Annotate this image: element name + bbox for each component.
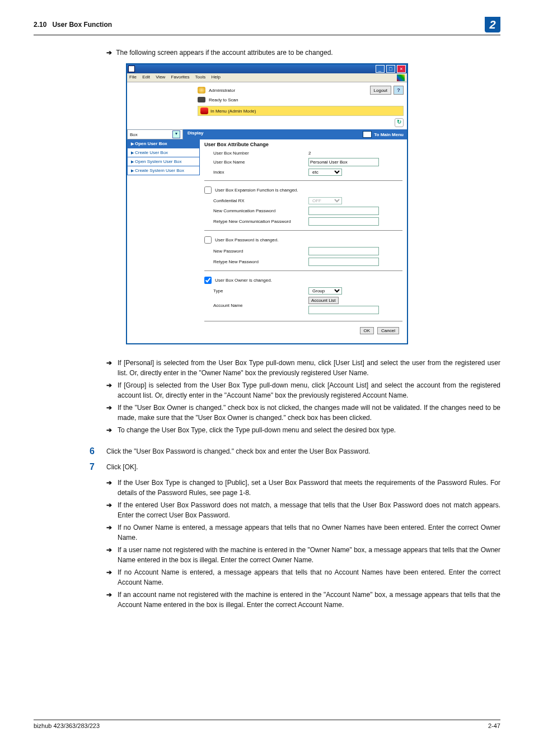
select-confidential-rx: OFF — [308, 197, 342, 204]
cancel-button[interactable]: Cancel — [377, 327, 399, 334]
printer-icon — [198, 97, 205, 102]
minimize-icon[interactable]: _ — [376, 65, 385, 73]
bullet-text: To change the User Box Type, click the T… — [118, 425, 500, 435]
input-new-comm-password[interactable] — [308, 207, 379, 215]
panel-title: User Box Attribute Change — [204, 142, 402, 147]
checkbox-password-changed[interactable] — [204, 236, 212, 244]
chapter-badge: 2 — [485, 17, 500, 32]
to-main-menu-label: To Main Menu — [374, 132, 404, 137]
bullet-text: If no Owner Name is entered, a message a… — [118, 522, 500, 543]
sidebar-item-create-system-user-box[interactable]: Create System User Box — [127, 166, 200, 175]
sidebar-item-create-user-box[interactable]: Create User Box — [127, 148, 200, 157]
account-list-button[interactable]: Account List — [308, 297, 339, 304]
bullet-text: If an account name not registered with t… — [118, 590, 500, 610]
menu-favorites[interactable]: Favorites — [171, 74, 190, 80]
step-text-6: Click the "User Box Password is changed.… — [106, 446, 500, 456]
arrow-icon: ➔ — [106, 500, 118, 520]
menubar: File Edit View Favorites Tools Help — [129, 74, 225, 81]
mode-text: In Menu (Admin Mode) — [210, 109, 256, 114]
select-type[interactable]: Group — [308, 287, 342, 295]
category-dropdown[interactable]: Box ▾ — [127, 129, 183, 139]
ie-flag-icon — [397, 74, 405, 81]
label-retype-comm-password: Retype New Communication Password — [204, 219, 308, 224]
arrow-icon: ➔ — [106, 49, 114, 57]
app-icon — [128, 66, 135, 72]
select-index[interactable]: etc — [308, 169, 342, 176]
sidebar-item-open-user-box[interactable]: Open User Box — [127, 139, 200, 148]
checkbox-owner-changed[interactable] — [204, 277, 212, 284]
arrow-icon: ➔ — [106, 567, 118, 587]
chevron-down-icon: ▾ — [172, 130, 180, 138]
value-user-box-number: 2 — [308, 151, 311, 156]
main-menu-icon — [363, 131, 372, 138]
bullet-text: If [Personal] is selected from the User … — [118, 358, 500, 378]
bullet-text: If no Account Name is entered, a message… — [118, 567, 500, 587]
label-index: Index — [204, 170, 308, 175]
footer-page: 2-47 — [488, 722, 500, 729]
ok-button[interactable]: OK — [360, 327, 374, 334]
input-user-box-name[interactable] — [308, 158, 379, 166]
maximize-icon[interactable]: □ — [386, 65, 395, 73]
footer-model: bizhub 423/363/283/223 — [34, 722, 100, 729]
arrow-icon: ➔ — [106, 425, 118, 435]
label-type: Type — [204, 288, 308, 293]
label-new-comm-password: New Communication Password — [204, 208, 308, 213]
arrow-icon: ➔ — [106, 358, 118, 378]
input-account-name[interactable] — [308, 306, 379, 314]
label-new-password: New Password — [204, 249, 308, 254]
step-number-6: 6 — [90, 446, 106, 456]
bullet-text: If [Group] is selected from the User Box… — [118, 380, 500, 400]
input-retype-password[interactable] — [308, 258, 379, 266]
bullets-step7: ➔If the User Box Type is changed to [Pub… — [106, 478, 500, 610]
help-button[interactable]: ? — [394, 86, 404, 95]
intro-text: The following screen appears if the acco… — [116, 49, 333, 57]
arrow-icon: ➔ — [106, 380, 118, 400]
label-account-name: Account Name — [204, 303, 308, 308]
section-number: 2.10 — [34, 21, 46, 29]
label-expansion-changed: User Box Expansion Function is changed. — [215, 188, 298, 193]
arrow-icon: ➔ — [106, 478, 118, 498]
menu-tools[interactable]: Tools — [195, 74, 206, 80]
menu-help[interactable]: Help — [212, 74, 221, 80]
menu-view[interactable]: View — [156, 74, 165, 80]
label-user-box-number: User Box Number — [204, 151, 308, 156]
label-retype-password: Retype New Password — [204, 259, 308, 264]
arrow-icon: ➔ — [106, 403, 118, 423]
embedded-window: _ □ × File Edit View Favorites Tools Hel… — [126, 63, 408, 344]
input-new-password[interactable] — [308, 247, 379, 255]
step-text-7: Click [OK]. — [106, 462, 500, 472]
label-password-changed: User Box Password is changed. — [215, 237, 278, 242]
label-owner-changed: User Box Owner is changed. — [215, 278, 272, 283]
mode-icon — [200, 108, 208, 114]
step-number-7: 7 — [90, 462, 106, 472]
bullet-text: If a user name not registered with the m… — [118, 545, 500, 565]
close-icon[interactable]: × — [397, 65, 406, 73]
arrow-icon: ➔ — [106, 522, 118, 543]
arrow-icon: ➔ — [106, 545, 118, 565]
admin-label: Administrator — [209, 88, 235, 93]
to-main-menu-button[interactable]: To Main Menu — [359, 130, 407, 139]
checkbox-expansion-changed[interactable] — [204, 186, 212, 194]
bullets-mid: ➔If [Personal] is selected from the User… — [106, 358, 500, 435]
arrow-icon: ➔ — [106, 590, 118, 610]
bullet-text: If the entered User Box Password does no… — [118, 500, 500, 520]
bullet-text: If the User Box Type is changed to [Publ… — [118, 478, 500, 498]
menu-edit[interactable]: Edit — [142, 74, 150, 80]
display-button[interactable]: Display — [183, 129, 208, 139]
label-confidential-rx: Confidential RX — [204, 198, 308, 203]
admin-icon — [198, 87, 205, 94]
input-retype-comm-password[interactable] — [308, 217, 379, 226]
category-dropdown-label: Box — [130, 132, 138, 137]
section-title: User Box Function — [52, 21, 112, 29]
status-text: Ready to Scan — [209, 97, 238, 102]
logout-button[interactable]: Logout — [370, 86, 391, 95]
label-user-box-name: User Box Name — [204, 160, 308, 165]
menu-file[interactable]: File — [129, 74, 137, 80]
refresh-button[interactable]: ↻ — [395, 118, 404, 127]
bullet-text: If the "User Box Owner is changed." chec… — [118, 403, 500, 423]
sidebar-item-open-system-user-box[interactable]: Open System User Box — [127, 157, 200, 166]
